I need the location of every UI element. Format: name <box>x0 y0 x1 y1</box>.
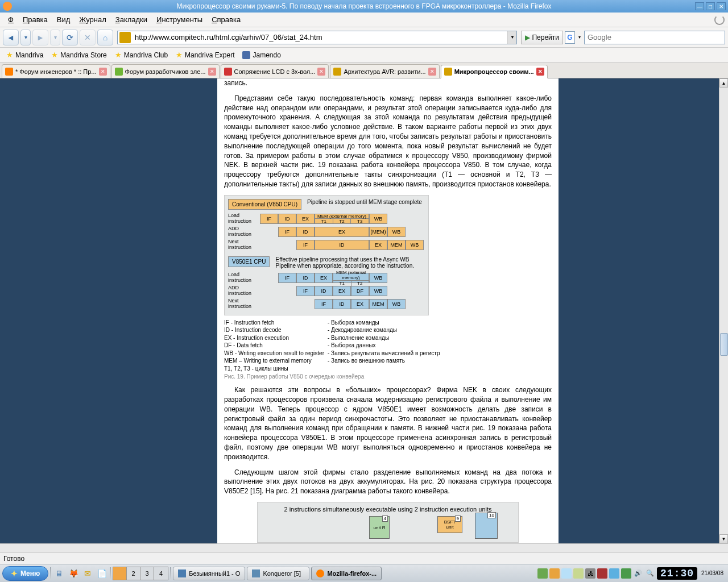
menu-view[interactable]: Вид <box>52 14 75 26</box>
tray-icon[interactable] <box>561 568 572 579</box>
menubar: Ф Правка Вид Журнал Закладки Инструменты… <box>0 13 728 27</box>
statusbar: Готово <box>0 552 728 564</box>
tray-icon[interactable] <box>537 568 548 579</box>
taskbar-clock[interactable]: 21:30 <box>657 567 697 580</box>
scroll-thumb[interactable] <box>720 333 728 356</box>
url-input[interactable] <box>133 33 507 41</box>
figure-caption: Рис. 19. Пример работы V850 с очередью к… <box>224 373 552 380</box>
menu-edit[interactable]: Правка <box>18 14 52 26</box>
tray-volume-icon[interactable]: 🔊 <box>633 568 643 579</box>
tray-icon[interactable] <box>621 568 631 579</box>
minimize-button[interactable]: — <box>695 2 704 10</box>
maximize-button[interactable]: □ <box>706 2 715 10</box>
jamendo-icon <box>242 51 250 59</box>
search-engine-select[interactable]: G <box>565 31 575 44</box>
taskbar-date[interactable]: 21/03/08 <box>699 570 726 576</box>
reload-button[interactable]: ⟳ <box>62 30 78 45</box>
tray-icon[interactable]: 🔍 <box>645 568 655 579</box>
url-dropdown[interactable]: ▼ <box>507 31 516 44</box>
article-paragraph: Следующим шагом этой фирмы стало разделе… <box>224 468 552 496</box>
app-icon <box>316 569 324 577</box>
bookmark-jamendo[interactable]: Jamendo <box>239 50 284 60</box>
virtual-desktop-pager: 2 3 4 <box>113 567 168 580</box>
tab-microprocessor[interactable]: Микропроцессор своим... ✕ <box>441 65 548 78</box>
scroll-down-button[interactable]: ▼ <box>719 534 728 543</box>
scroll-up-button[interactable]: ▲ <box>719 78 728 88</box>
page-left-margin <box>0 78 217 543</box>
menu-tools[interactable]: Инструменты <box>152 14 207 26</box>
task-firefox[interactable]: Mozilla-firefox-... <box>311 567 382 580</box>
task-konqueror[interactable]: Konqueror [5] <box>247 567 309 580</box>
home-button[interactable]: ⌂ <box>97 30 113 45</box>
quick-writer[interactable]: 📄 <box>96 567 108 580</box>
back-button[interactable]: ◄ <box>3 30 19 45</box>
star-icon: ★ <box>176 51 183 59</box>
bookmark-mandriva[interactable]: ★Mandriva <box>3 49 47 60</box>
app-icon <box>178 569 186 577</box>
desktop-4[interactable]: 4 <box>154 567 168 580</box>
stop-button[interactable]: ✕ <box>80 30 96 45</box>
close-button[interactable]: ✕ <box>717 2 726 10</box>
start-menu-button[interactable]: ✦ Меню <box>2 566 48 581</box>
tab-lcd[interactable]: Сопряжение LCD с 3х-вол... ✕ <box>221 64 329 78</box>
desktop-1[interactable] <box>113 567 127 580</box>
status-text: Готово <box>3 555 24 563</box>
taskbar: ✦ Меню 🖥 🦊 ✉ 📄 2 3 4 Безымянный1 - O Kon… <box>0 564 728 582</box>
tray-icon[interactable] <box>549 568 560 579</box>
site-icon <box>119 32 131 43</box>
menu-file[interactable]: Ф <box>3 14 18 26</box>
article-paragraph: Как решаются эти вопросы в «больших» про… <box>224 385 552 462</box>
url-bar: ▼ <box>117 31 517 44</box>
scroll-track[interactable] <box>719 88 728 534</box>
back-dropdown[interactable]: ▾ <box>20 30 31 45</box>
quick-desktop[interactable]: 🖥 <box>53 567 65 580</box>
forward-dropdown[interactable]: ▾ <box>50 30 60 45</box>
tab-icon <box>115 68 123 76</box>
tab-forum-developers[interactable]: Форум разработчиков эле... ✕ <box>111 64 220 78</box>
article-paragraph: Представим себе такую последовательность… <box>224 94 552 189</box>
tray-icon[interactable] <box>573 568 584 579</box>
tray-icon[interactable] <box>609 568 619 579</box>
window-title: Микропроцессор своими руками-5. По повод… <box>176 2 551 10</box>
quick-firefox[interactable]: 🦊 <box>67 567 80 580</box>
bookmark-mandriva-club[interactable]: ★Mandriva Club <box>111 49 171 60</box>
vertical-scrollbar[interactable]: ▲ ▼ <box>719 78 728 543</box>
tab-icon <box>5 68 13 76</box>
bookmark-mandriva-store[interactable]: ★Mandriva Store <box>48 49 110 60</box>
system-tray: 🖧 🔊 🔍 <box>537 568 655 579</box>
firefox-icon <box>3 2 12 11</box>
page-right-margin <box>559 78 719 543</box>
tray-icon[interactable]: 🖧 <box>585 568 595 579</box>
star-icon: ★ <box>115 51 122 59</box>
task-openoffice[interactable]: Безымянный1 - O <box>173 567 245 580</box>
go-label: Перейти <box>532 34 559 41</box>
article-content: запись. Представим себе такую последоват… <box>217 78 559 543</box>
go-button[interactable]: ▶ Перейти <box>521 31 563 44</box>
tab-avr[interactable]: Архитектура AVR: развити... ✕ <box>330 64 439 78</box>
tab-close-icon[interactable]: ✕ <box>208 68 216 76</box>
cpu-badge: Conventional (V850 CPU) <box>228 199 301 210</box>
cpu-badge: V850E1 CPU <box>228 256 270 267</box>
desktop-2[interactable]: 2 <box>127 567 140 580</box>
match-mandriva-expert[interactable]: ★Mandriva Expert <box>172 49 238 60</box>
text-fragment: запись. <box>224 78 552 88</box>
horizontal-scrollbar[interactable] <box>0 543 728 552</box>
tray-icon[interactable] <box>597 568 607 579</box>
tab-close-icon[interactable]: ✕ <box>317 68 325 76</box>
tab-forum-engineers[interactable]: * Форум инженеров * :: Пр... ✕ <box>2 64 110 78</box>
menu-help[interactable]: Справка <box>207 14 245 26</box>
app-icon <box>252 569 260 577</box>
quick-mail[interactable]: ✉ <box>81 567 94 580</box>
tab-close-icon[interactable]: ✕ <box>536 68 544 76</box>
tab-close-icon[interactable]: ✕ <box>428 68 436 76</box>
v850e2-diagram: 2 instructions simultaneously executable… <box>257 502 519 543</box>
star-icon: ★ <box>6 51 13 59</box>
diagram-legend: IF - Instruction fetch ID - Instruction … <box>224 319 552 373</box>
tab-close-icon[interactable]: ✕ <box>99 68 107 76</box>
search-input[interactable] <box>584 31 725 44</box>
menu-history[interactable]: Журнал <box>75 14 110 26</box>
menu-bookmarks[interactable]: Закладки <box>111 14 152 26</box>
desktop-3[interactable]: 3 <box>140 567 154 580</box>
tab-icon <box>333 68 341 76</box>
forward-button[interactable]: ► <box>32 30 48 45</box>
